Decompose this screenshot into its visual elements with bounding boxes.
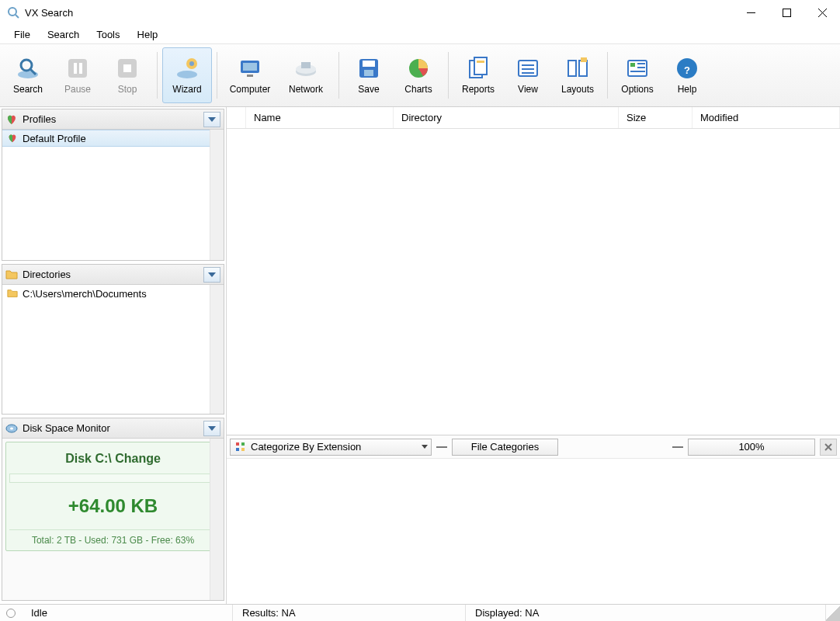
app-icon [6,5,20,19]
toolbar-view[interactable]: View [503,47,553,103]
toolbar-search[interactable]: Search [3,47,53,103]
svg-text:?: ? [684,64,690,76]
toolbar-wizard[interactable]: Wizard [162,47,212,103]
directory-path: C:\Users\merch\Documents [23,288,147,300]
status-displayed: Displayed: NA [466,605,826,621]
dsm-header[interactable]: Disk Space Monitor [2,418,224,439]
svg-point-7 [21,60,32,71]
reports-icon [466,56,491,81]
search-icon [16,56,40,81]
menu-tools[interactable]: Tools [89,27,127,42]
categorize-label: Categorize By Extension [251,441,361,453]
dsm-totals: Total: 2 TB - Used: 731 GB - Free: 63% [9,529,217,546]
catbar-close-button[interactable] [820,439,837,456]
status-indicator-icon [6,609,16,618]
svg-point-45 [10,427,13,429]
grid-col-checkbox[interactable] [227,107,246,128]
sidebar: Profiles Default Profile Directories C:\… [0,107,227,604]
dsm-dropdown-button[interactable] [203,421,220,436]
toolbar-stop[interactable]: Stop [102,47,152,103]
toolbar-view-label: View [518,84,538,95]
profiles-header[interactable]: Profiles [2,109,224,130]
svg-rect-13 [123,64,131,72]
toolbar-network[interactable]: Network [278,47,334,103]
svg-rect-36 [581,57,587,62]
toolbar-charts-label: Charts [404,84,432,95]
grid-col-size[interactable]: Size [619,107,692,128]
svg-rect-9 [68,59,87,78]
profiles-dropdown-button[interactable] [203,112,220,127]
svg-rect-19 [247,75,253,77]
svg-rect-28 [474,57,487,75]
layouts-icon [565,56,590,81]
toolbar-separator [607,52,608,99]
toolbar-save[interactable]: Save [344,47,394,103]
svg-rect-18 [243,63,257,71]
heart-icon [5,113,18,126]
profile-label: Default Profile [23,133,86,144]
svg-line-1 [16,15,19,18]
toolbar-separator [338,52,339,99]
grid-col-name[interactable]: Name [246,107,394,128]
svg-rect-10 [74,63,77,74]
menu-bar: File Search Tools Help [0,25,840,43]
wizard-icon [175,56,200,81]
results-grid-body[interactable] [227,129,840,435]
toolbar-layouts-label: Layouts [561,84,594,95]
profiles-header-label: Profiles [23,113,203,125]
resize-grip[interactable] [826,605,840,622]
toolbar-separator [448,52,449,99]
maximize-button[interactable] [769,0,804,25]
minimize-button[interactable] [733,0,769,25]
toolbar-computer-label: Computer [230,84,271,95]
toolbar-pause[interactable]: Pause [53,47,102,103]
svg-rect-25 [364,70,373,76]
directory-item[interactable]: C:\Users\merch\Documents [2,285,224,302]
heart-icon [7,133,18,144]
menu-file[interactable]: File [6,27,38,42]
svg-point-14 [177,71,197,78]
directories-panel: Directories C:\Users\merch\Documents [2,264,224,415]
menu-search[interactable]: Search [40,27,87,42]
profile-item[interactable]: Default Profile [2,130,224,147]
toolbar-charts[interactable]: Charts [394,47,443,103]
svg-rect-46 [236,442,239,446]
close-button[interactable] [804,0,840,25]
toolbar-wizard-label: Wizard [172,84,201,95]
category-bar: Categorize By Extension File Categories … [227,435,840,458]
disk-space-monitor-panel: Disk Space Monitor Disk C:\ Change +64.0… [2,418,224,601]
svg-rect-41 [630,71,645,72]
toolbar-options[interactable]: Options [613,47,662,103]
network-icon [293,56,318,81]
chart-area[interactable] [227,458,840,604]
toolbar-reports-label: Reports [462,84,495,95]
status-state: Idle [22,605,233,621]
chevron-down-icon [422,445,428,449]
directories-dropdown-button[interactable] [203,267,220,283]
computer-icon [238,56,262,81]
toolbar-reports[interactable]: Reports [453,47,503,103]
grid-col-modified[interactable]: Modified [692,107,840,128]
window-title: VX Search [25,7,733,19]
help-icon: ? [675,56,699,81]
svg-rect-39 [637,63,645,64]
toolbar-network-label: Network [289,84,323,95]
svg-rect-3 [783,9,790,16]
toolbar-pause-label: Pause [64,84,91,95]
close-icon [824,443,832,451]
directories-header[interactable]: Directories [2,265,224,285]
menu-help[interactable]: Help [130,27,166,42]
toolbar-computer[interactable]: Computer [222,47,278,103]
toolbar-search-label: Search [13,84,43,95]
dsm-card[interactable]: Disk C:\ Change +64.00 KB Total: 2 TB - … [5,442,220,551]
toolbar-help[interactable]: ? Help [662,47,712,103]
categorize-dropdown[interactable]: Categorize By Extension [230,439,432,456]
grid-col-directory[interactable]: Directory [394,107,619,128]
options-icon [625,56,650,81]
zoom-level[interactable]: 100% [688,439,815,456]
zoom-label: 100% [738,441,764,453]
svg-rect-22 [301,62,311,68]
folder-icon [7,288,18,299]
file-categories-button[interactable]: File Categories [452,439,558,456]
toolbar-layouts[interactable]: Layouts [553,47,602,103]
